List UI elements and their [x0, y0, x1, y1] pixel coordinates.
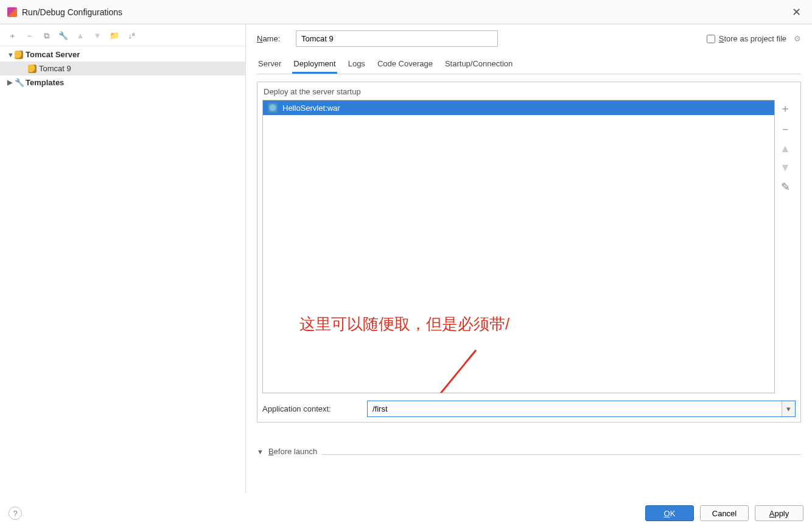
cancel-button[interactable]: Cancel [700, 505, 749, 521]
bottom-bar: ? OOKK Cancel Apply [0, 500, 812, 526]
tree-node-templates[interactable]: ▶ 🔧 Templates [0, 75, 245, 89]
deploy-list[interactable]: HelloServlet:war 这里可以随便取，但是必须带/ [262, 100, 775, 393]
intellij-icon [7, 7, 17, 17]
tree-label: Templates [26, 78, 64, 87]
deploy-item[interactable]: HelloServlet:war [263, 100, 774, 115]
annotation-arrow-icon [415, 344, 488, 393]
sort-icon[interactable]: ↓ª [125, 30, 138, 42]
left-pane: ＋ － ⧉ 🔧 ▲ ▼ 📁 ↓ª ▼ Tomcat Server Tomcat … [0, 24, 246, 493]
wrench-icon[interactable]: 🔧 [57, 30, 69, 42]
add-icon[interactable]: ＋ [780, 101, 791, 116]
help-icon[interactable]: ? [9, 507, 22, 520]
down-icon[interactable]: ▼ [91, 30, 103, 42]
deploy-area: HelloServlet:war 这里可以随便取，但是必须带/ ＋ － ▲ ▼ … [262, 100, 796, 393]
name-row: Name: Store as project file ⚙ [257, 30, 801, 47]
annotation-text: 这里可以随便取，但是必须带/ [299, 314, 509, 335]
app-context-label: Application context: [262, 404, 360, 413]
svg-line-0 [421, 350, 476, 393]
wrench-icon: 🔧 [15, 78, 26, 87]
store-label: Store as project file [719, 34, 786, 43]
right-pane: Name: Store as project file ⚙ Server Dep… [246, 24, 812, 493]
tomcat-icon [15, 51, 23, 59]
store-checkbox[interactable] [707, 35, 715, 43]
before-launch-label: Before launch [268, 447, 317, 456]
down-icon[interactable]: ▼ [780, 161, 791, 174]
remove-icon[interactable]: － [780, 122, 791, 136]
add-icon[interactable]: ＋ [6, 30, 18, 42]
tab-server[interactable]: Server [257, 55, 282, 74]
tree-node-tomcat-9[interactable]: Tomcat 9 [0, 61, 245, 75]
separator [322, 454, 801, 455]
main-split: ＋ － ⧉ 🔧 ▲ ▼ 📁 ↓ª ▼ Tomcat Server Tomcat … [0, 24, 812, 493]
gear-icon[interactable]: ⚙ [794, 34, 801, 43]
before-launch[interactable]: ▼ Before launch [257, 447, 801, 456]
tree-label: Tomcat 9 [39, 64, 71, 73]
up-icon[interactable]: ▲ [74, 30, 86, 42]
tab-logs[interactable]: Logs [347, 55, 366, 74]
copy-icon[interactable]: ⧉ [40, 30, 52, 42]
deploy-section: Deploy at the server startup HelloServle… [257, 82, 801, 423]
up-icon[interactable]: ▲ [780, 142, 791, 155]
name-input[interactable] [296, 30, 498, 47]
chevron-down-icon[interactable]: ▾ [782, 401, 795, 416]
chevron-down-icon: ▼ [257, 448, 264, 455]
dialog-title: Run/Debug Configurations [22, 7, 788, 17]
store-row[interactable]: Store as project file ⚙ [707, 34, 801, 43]
folder-icon[interactable]: 📁 [108, 30, 121, 42]
app-context-combo[interactable]: ▾ [367, 401, 796, 417]
artifact-icon [268, 103, 278, 113]
deploy-section-title: Deploy at the server startup [264, 87, 796, 96]
apply-button[interactable]: Apply [755, 505, 803, 521]
app-context-input[interactable] [368, 401, 782, 416]
config-toolbar: ＋ － ⧉ 🔧 ▲ ▼ 📁 ↓ª [0, 28, 245, 46]
app-context-row: Application context: ▾ [262, 401, 796, 417]
config-tree: ▼ Tomcat Server Tomcat 9 ▶ 🔧 Templates [0, 46, 245, 493]
deploy-item-label: HelloServlet:war [282, 103, 340, 113]
deploy-tools: ＋ － ▲ ▼ ✎ [775, 100, 796, 393]
tomcat-icon [28, 65, 37, 73]
tabs: Server Deployment Logs Code Coverage Sta… [257, 55, 801, 74]
tab-code-coverage[interactable]: Code Coverage [376, 55, 434, 74]
remove-icon[interactable]: － [23, 30, 35, 42]
chevron-down-icon: ▼ [7, 51, 15, 58]
tree-label: Tomcat Server [26, 50, 80, 59]
name-label: Name: [257, 34, 287, 43]
ok-button[interactable]: OOKK [645, 505, 694, 521]
titlebar: Run/Debug Configurations ✕ [0, 0, 812, 24]
tab-startup-connection[interactable]: Startup/Connection [444, 55, 514, 74]
tab-deployment[interactable]: Deployment [292, 55, 337, 74]
edit-icon[interactable]: ✎ [781, 180, 790, 194]
close-icon[interactable]: ✕ [788, 5, 805, 19]
chevron-right-icon: ▶ [7, 79, 15, 86]
tree-node-tomcat-server[interactable]: ▼ Tomcat Server [0, 47, 245, 61]
